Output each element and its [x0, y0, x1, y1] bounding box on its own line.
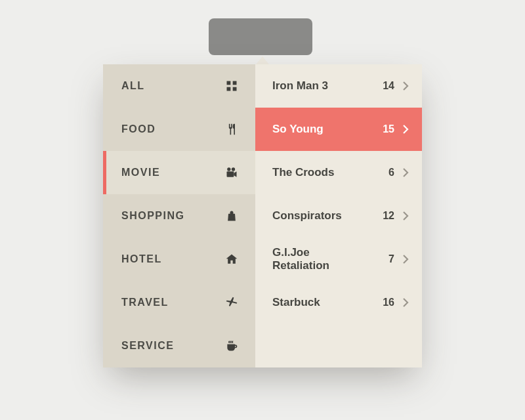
list-item[interactable]: Iron Man 3 14 [255, 64, 422, 108]
chevron-right-icon [402, 298, 409, 307]
category-all[interactable]: ALL [103, 64, 255, 108]
category-list: ALL FOOD MOVIE SHOPPING [103, 64, 255, 368]
item-count: 15 [376, 123, 394, 135]
category-label: MOVIE [121, 167, 160, 178]
svg-point-4 [227, 167, 230, 171]
svg-point-5 [232, 167, 235, 171]
item-count: 6 [376, 167, 394, 178]
dropdown-panel: ALL FOOD MOVIE SHOPPING [103, 64, 422, 368]
category-travel[interactable]: TRAVEL [103, 281, 255, 324]
chevron-right-icon [402, 168, 409, 177]
category-label: FOOD [121, 123, 156, 135]
bag-icon [225, 209, 238, 222]
category-service[interactable]: SERVICE [103, 324, 255, 368]
dropdown-tail [256, 56, 269, 64]
chevron-right-icon [402, 125, 409, 134]
list-item[interactable]: Conspirators 12 [255, 194, 422, 238]
list-item[interactable]: So Young 15 [255, 108, 422, 151]
item-title: So Young [272, 123, 368, 136]
item-title: Iron Man 3 [272, 79, 368, 93]
house-icon [225, 253, 238, 266]
cup-icon [225, 339, 238, 352]
grid-icon [225, 79, 238, 93]
category-label: SERVICE [121, 340, 174, 352]
item-title: Conspirators [272, 209, 368, 222]
utensils-icon [225, 123, 238, 136]
chevron-right-icon [402, 81, 409, 91]
svg-rect-0 [227, 81, 231, 85]
svg-rect-6 [227, 171, 234, 177]
svg-rect-1 [233, 81, 237, 85]
list-item[interactable]: The Croods 6 [255, 151, 422, 194]
category-hotel[interactable]: HOTEL [103, 238, 255, 281]
category-movie[interactable]: MOVIE [103, 151, 255, 194]
item-title: G.I.Joe Retaliation [272, 246, 368, 272]
item-count: 14 [376, 80, 394, 92]
chevron-right-icon [402, 255, 409, 264]
category-food[interactable]: FOOD [103, 108, 255, 151]
svg-rect-3 [233, 87, 237, 91]
item-count: 16 [376, 297, 394, 308]
chevron-right-icon [402, 211, 409, 220]
item-count: 7 [376, 253, 394, 265]
item-title: The Croods [272, 166, 368, 179]
dropdown-trigger[interactable] [209, 18, 312, 55]
category-label: TRAVEL [121, 297, 169, 308]
item-title: Starbuck [272, 296, 368, 309]
category-label: SHOPPING [121, 210, 184, 222]
category-label: ALL [121, 80, 145, 92]
list-item[interactable]: Starbuck 16 [255, 281, 422, 324]
movie-list: Iron Man 3 14 So Young 15 The Croods 6 C… [255, 64, 422, 368]
camera-icon [225, 166, 238, 179]
category-label: HOTEL [121, 253, 162, 265]
category-shopping[interactable]: SHOPPING [103, 194, 255, 238]
svg-rect-2 [227, 87, 231, 91]
item-count: 12 [376, 210, 394, 222]
list-item[interactable]: G.I.Joe Retaliation 7 [255, 238, 422, 281]
plane-icon [225, 296, 238, 309]
